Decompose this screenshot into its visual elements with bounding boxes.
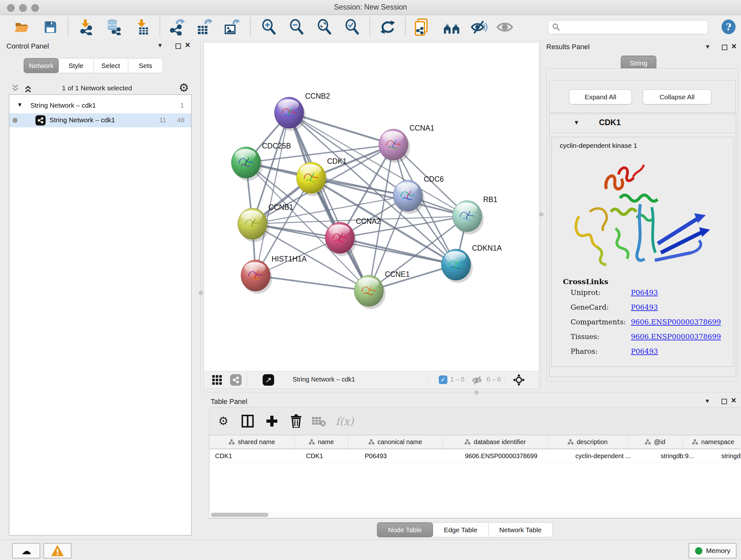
table-cell[interactable]: cyclin-dependent ... xyxy=(569,449,655,462)
column-header-canonicalname[interactable]: canonical name xyxy=(348,435,443,449)
tab-network-table[interactable]: Network Table xyxy=(488,522,553,537)
zoom-in-icon[interactable] xyxy=(261,19,277,35)
gene-header-row[interactable]: ▼ CDK1 xyxy=(549,114,736,133)
add-column-icon[interactable] xyxy=(263,413,281,429)
clone-network-icon[interactable] xyxy=(414,19,430,35)
search-field[interactable] xyxy=(548,20,708,34)
tab-edge-table[interactable]: Edge Table xyxy=(433,522,488,537)
network-edge[interactable] xyxy=(340,238,456,265)
grid-view-icon[interactable] xyxy=(212,375,222,385)
column-header-name[interactable]: name xyxy=(295,435,348,449)
panel-float-icon[interactable] xyxy=(722,45,727,50)
network-collection-row[interactable]: ▼ String Network – cdk1 1 xyxy=(9,99,191,113)
import-network-from-file-icon[interactable] xyxy=(77,19,94,35)
hide-selected-icon[interactable] xyxy=(471,19,488,35)
panel-close-icon[interactable]: × xyxy=(731,42,737,51)
open-in-new-window-icon[interactable]: ↗ xyxy=(263,374,274,386)
scrollbar-thumb[interactable] xyxy=(211,513,268,517)
network-node-ccna1[interactable]: CCNA1 xyxy=(379,124,434,163)
delete-column-trash-icon[interactable] xyxy=(287,413,305,429)
import-table-from-file-icon[interactable] xyxy=(133,19,150,35)
column-header-databaseidentifier[interactable]: database identifier xyxy=(443,435,548,449)
network-node-ccnb2[interactable]: CCNB2 xyxy=(274,92,330,131)
panel-close-icon[interactable]: × xyxy=(731,395,736,406)
crosslink-link[interactable]: 9606.ENSP00000378699 xyxy=(631,318,721,326)
network-node-label: HIST1H1A xyxy=(272,255,307,263)
open-session-icon[interactable] xyxy=(13,19,30,35)
left-splitter[interactable] xyxy=(200,40,201,391)
network-edge[interactable] xyxy=(256,113,289,275)
import-network-from-database-icon[interactable] xyxy=(105,19,121,35)
help-button[interactable]: ? xyxy=(722,19,736,34)
left-splitter-handle[interactable] xyxy=(199,291,203,295)
network-icon[interactable] xyxy=(230,374,242,386)
gear-icon[interactable]: ⚙ xyxy=(179,81,189,95)
tab-style[interactable]: Style xyxy=(59,58,93,73)
export-table-icon[interactable] xyxy=(196,19,212,35)
column-header-namespace[interactable]: namespace xyxy=(683,435,741,449)
cloud-button[interactable]: ☁ xyxy=(12,543,40,558)
network-row[interactable]: String Network – cdk1 11 48 xyxy=(9,113,191,127)
table-horizontal-scrollbar[interactable] xyxy=(209,512,741,518)
crosslink-link[interactable]: P06493 xyxy=(631,303,658,311)
apply-preferred-layout-icon[interactable] xyxy=(380,19,396,35)
search-input[interactable] xyxy=(563,23,704,31)
table-cell[interactable]: CDK1 xyxy=(209,449,300,462)
panel-float-icon[interactable] xyxy=(176,44,181,49)
network-node-cdk1[interactable]: CDK1 xyxy=(296,157,347,196)
table-cell[interactable]: 9606.ENSP00000378699 xyxy=(459,449,569,462)
tab-network[interactable]: Network xyxy=(23,58,59,73)
column-header-sharedname[interactable]: shared name xyxy=(209,435,295,449)
results-panel-tab-string[interactable]: String xyxy=(621,56,657,70)
network-node-hist1h1a[interactable]: HIST1H1A xyxy=(241,255,307,294)
delete-table-icon[interactable] xyxy=(310,413,328,429)
panel-menu-icon[interactable]: ▾ xyxy=(158,41,162,50)
panel-menu-icon[interactable]: ▾ xyxy=(706,43,710,51)
collapse-section-icon[interactable]: ▼ xyxy=(574,119,580,126)
expander-icon[interactable]: ▼ xyxy=(17,102,23,108)
network-edge[interactable] xyxy=(311,178,467,216)
group-nodes-icon[interactable] xyxy=(443,19,460,35)
table-settings-gear-icon[interactable]: ⚙ xyxy=(214,413,232,429)
table-cell[interactable]: stringdb xyxy=(716,449,741,462)
table-cell[interactable]: P06493 xyxy=(359,449,459,462)
function-builder-icon[interactable]: f(x) xyxy=(336,413,354,429)
export-network-icon[interactable] xyxy=(169,19,185,35)
zoom-selected-icon[interactable] xyxy=(344,19,360,35)
warnings-button[interactable] xyxy=(44,543,71,558)
table-cell[interactable]: stringdb:9... xyxy=(655,449,716,462)
export-image-icon[interactable] xyxy=(223,19,240,35)
network-edge[interactable] xyxy=(256,275,369,291)
save-session-icon[interactable] xyxy=(42,19,59,35)
collapse-all-button[interactable]: Collapse All xyxy=(643,89,711,105)
birds-eye-view-icon[interactable] xyxy=(513,374,525,386)
show-all-icon[interactable] xyxy=(496,19,513,35)
crosslink-link[interactable]: 9606.ENSP00000378699 xyxy=(631,333,721,341)
selected-checkbox-icon[interactable]: ✓ xyxy=(439,375,448,384)
panel-menu-icon[interactable]: ▾ xyxy=(705,397,709,405)
crosslink-link[interactable]: P06493 xyxy=(631,289,658,297)
bottom-splitter[interactable] xyxy=(204,392,741,392)
panel-float-icon[interactable] xyxy=(722,399,727,404)
right-splitter-handle[interactable] xyxy=(539,212,543,216)
network-node-rb1[interactable]: RB1 xyxy=(453,195,497,234)
network-canvas[interactable]: CCNB2CCNA1CDC25BCDK1CDC6RB1CCNB1CCNA2CDK… xyxy=(204,42,539,372)
column-header-description[interactable]: description xyxy=(548,435,628,449)
crosslink-link[interactable]: P06493 xyxy=(631,348,658,355)
tab-sets[interactable]: Sets xyxy=(128,58,163,73)
table-cell[interactable]: CDK1 xyxy=(300,449,359,462)
panel-close-icon[interactable]: × xyxy=(185,40,190,50)
tab-select[interactable]: Select xyxy=(93,58,128,73)
select-columns-icon[interactable] xyxy=(239,413,257,429)
fit-content-icon[interactable] xyxy=(316,19,333,35)
network-node-cdkn1a[interactable]: CDKN1A xyxy=(441,244,502,283)
expand-all-button[interactable]: Expand All xyxy=(569,89,632,105)
table-row[interactable]: CDK1CDK1P064939606.ENSP00000378699cyclin… xyxy=(209,449,741,463)
zoom-out-icon[interactable] xyxy=(288,19,305,35)
bottom-splitter-handle[interactable] xyxy=(475,390,479,395)
memory-button[interactable]: Memory xyxy=(689,543,737,558)
tab-node-table[interactable]: Node Table xyxy=(377,522,433,537)
column-header-id[interactable]: @id xyxy=(628,435,683,449)
hierarchy-icon xyxy=(568,439,574,444)
network-edge[interactable] xyxy=(289,113,369,291)
